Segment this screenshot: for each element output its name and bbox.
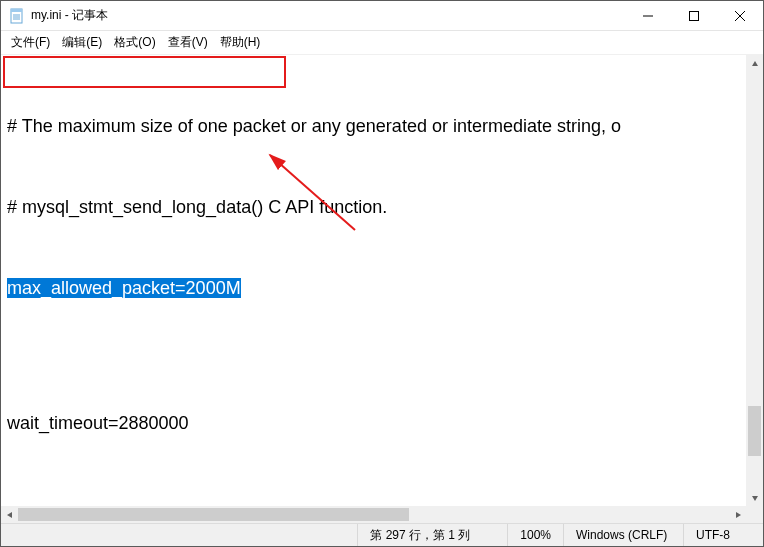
scroll-track[interactable] [746, 72, 763, 489]
status-eol: Windows (CRLF) [563, 524, 683, 546]
menu-view[interactable]: 查看(V) [162, 32, 214, 53]
minimize-button[interactable] [625, 1, 671, 31]
scroll-track-h[interactable] [18, 506, 729, 523]
notepad-window: my.ini - 记事本 文件(F) 编辑(E) 格式(O) 查看(V) 帮助(… [0, 0, 764, 547]
close-button[interactable] [717, 1, 763, 31]
horizontal-scrollbar[interactable] [1, 506, 746, 523]
maximize-button[interactable] [671, 1, 717, 31]
scroll-up-button[interactable] [746, 55, 763, 72]
window-title: my.ini - 记事本 [31, 7, 625, 24]
scroll-down-button[interactable] [746, 489, 763, 506]
menu-format[interactable]: 格式(O) [108, 32, 161, 53]
svg-marker-12 [736, 512, 741, 518]
scroll-right-button[interactable] [729, 506, 746, 523]
menu-file[interactable]: 文件(F) [5, 32, 56, 53]
vertical-scrollbar[interactable] [746, 55, 763, 506]
status-encoding: UTF-8 [683, 524, 763, 546]
svg-marker-9 [752, 61, 758, 66]
notepad-icon [9, 8, 25, 24]
scroll-thumb-h[interactable] [18, 508, 409, 521]
status-zoom: 100% [507, 524, 563, 546]
svg-marker-10 [752, 496, 758, 501]
menubar: 文件(F) 编辑(E) 格式(O) 查看(V) 帮助(H) [1, 31, 763, 55]
svg-rect-6 [690, 11, 699, 20]
scroll-corner [746, 506, 763, 523]
text-line: # The maximum size of one packet or any … [7, 113, 740, 140]
menu-help[interactable]: 帮助(H) [214, 32, 267, 53]
svg-marker-11 [7, 512, 12, 518]
scroll-thumb[interactable] [748, 406, 761, 456]
titlebar[interactable]: my.ini - 记事本 [1, 1, 763, 31]
svg-rect-1 [11, 9, 22, 12]
text-line: # mysql_stmt_send_long_data() C API func… [7, 194, 740, 221]
scroll-left-button[interactable] [1, 506, 18, 523]
menu-edit[interactable]: 编辑(E) [56, 32, 108, 53]
status-position: 第 297 行，第 1 列 [357, 524, 507, 546]
text-editor[interactable]: # The maximum size of one packet or any … [1, 55, 746, 506]
bottom-row [1, 506, 763, 523]
text-line: max_allowed_packet=2000M [7, 275, 740, 302]
text-line: wait_timeout=2880000 [7, 410, 740, 437]
content-area: # The maximum size of one packet or any … [1, 55, 763, 506]
selected-text: max_allowed_packet=2000M [7, 278, 241, 298]
statusbar: 第 297 行，第 1 列 100% Windows (CRLF) UTF-8 [1, 523, 763, 546]
